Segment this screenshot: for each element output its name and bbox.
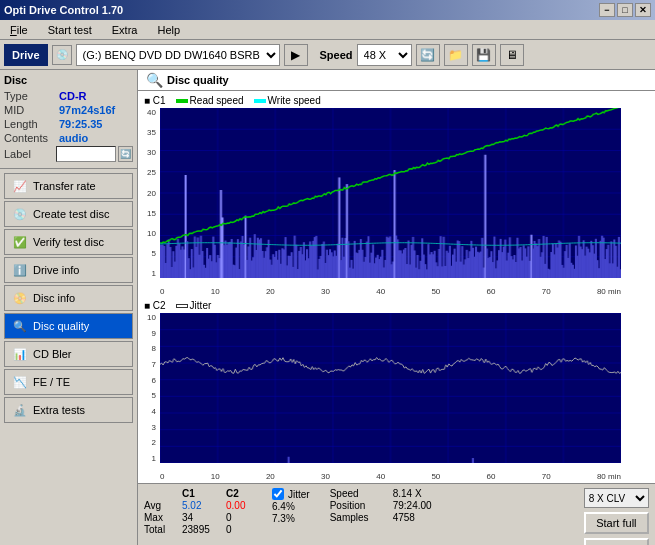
nav-label: CD Bler: [33, 348, 72, 360]
disc-label-refresh-icon[interactable]: 🔄: [118, 146, 133, 162]
clv-select[interactable]: 8 X CLV: [584, 488, 649, 508]
nav-fe-te[interactable]: 📉 FE / TE: [4, 369, 133, 395]
transfer-rate-icon: 📈: [13, 180, 27, 193]
nav-cd-bler[interactable]: 📊 CD Bler: [4, 341, 133, 367]
speed-stats: Speed 8.14 X Position 79:24.00 Samples 4…: [330, 488, 432, 523]
max-c2: 0: [226, 512, 262, 523]
nav-extra-tests[interactable]: 🔬 Extra tests: [4, 397, 133, 423]
toolbar-btn3[interactable]: 💾: [472, 44, 496, 66]
stats-c1-header: C1: [182, 488, 218, 499]
jitter-max-row: 7.3%: [272, 513, 310, 524]
disc-length-label: Length: [4, 118, 59, 130]
disc-contents-value: audio: [59, 132, 88, 144]
nav-transfer-rate[interactable]: 📈 Transfer rate: [4, 173, 133, 199]
samples-label: Samples: [330, 512, 385, 523]
start-full-button[interactable]: Start full: [584, 512, 649, 534]
chart1-container: 4035302520151051 48 X40 X32 X24 X16 X 8 …: [140, 108, 653, 296]
content-header-icon: 🔍: [146, 72, 163, 88]
menu-bar: File Start test Extra Help: [0, 20, 655, 40]
nav-label: Extra tests: [33, 404, 85, 416]
max-c1: 34: [182, 512, 218, 523]
start-buttons: 8 X CLV Start full Start part: [584, 488, 649, 545]
verify-disc-icon: ✅: [13, 236, 27, 249]
jitter-max: 7.3%: [272, 513, 295, 524]
disc-length-value: 79:25.35: [59, 118, 102, 130]
content-header: 🔍 Disc quality: [138, 70, 655, 91]
drive-eject-icon[interactable]: 💿: [52, 45, 72, 65]
title-buttons: − □ ✕: [599, 3, 651, 17]
drive-label: Drive: [4, 44, 48, 66]
drive-select[interactable]: (G:) BENQ DVD DD DW1640 BSRB: [76, 44, 280, 66]
stats-empty: [144, 488, 174, 499]
extra-tests-icon: 🔬: [13, 404, 27, 417]
total-c2: 0: [226, 524, 262, 535]
refresh-drive-icon[interactable]: 🔄: [416, 44, 440, 66]
chart2-y-axis-right: 10%8%6%4%2%: [623, 313, 653, 463]
minimize-button[interactable]: −: [599, 3, 615, 17]
jitter-avg: 6.4%: [272, 501, 295, 512]
stats-max-row: Max 34 0: [144, 512, 262, 523]
c1-c2-stats: C1 C2 Avg 5.02 0.00 Max 34 0 Total 23895…: [144, 488, 262, 535]
position-value: 79:24.00: [393, 500, 432, 511]
nav-label: Disc quality: [33, 320, 89, 332]
toolbar-btn2[interactable]: 📁: [444, 44, 468, 66]
disc-mid-label: MID: [4, 104, 59, 116]
jitter-avg-row: 6.4%: [272, 501, 310, 512]
drive-info-icon: ℹ️: [13, 264, 27, 277]
disc-length-row: Length 79:25.35: [4, 118, 133, 130]
menu-help[interactable]: Help: [151, 22, 186, 38]
read-speed-color: [176, 99, 188, 103]
speed-select[interactable]: 48 X 32 X 16 X: [357, 44, 412, 66]
nav-disc-quality[interactable]: 🔍 Disc quality: [4, 313, 133, 339]
read-speed-legend: Read speed: [176, 95, 244, 106]
stats-bar: C1 C2 Avg 5.02 0.00 Max 34 0 Total 23895…: [138, 483, 655, 545]
maximize-button[interactable]: □: [617, 3, 633, 17]
speed-value: 8.14 X: [393, 488, 422, 499]
disc-contents-row: Contents audio: [4, 132, 133, 144]
nav-drive-info[interactable]: ℹ️ Drive info: [4, 257, 133, 283]
drive-bar: Drive 💿 (G:) BENQ DVD DD DW1640 BSRB ▶ S…: [0, 40, 655, 70]
chart1-legend: ■ C1 Read speed Write speed: [140, 93, 653, 108]
chart2-x-axis: 01020304050607080 min: [160, 472, 621, 481]
position-row: Position 79:24.00: [330, 500, 432, 511]
menu-start-test[interactable]: Start test: [42, 22, 98, 38]
nav-label: Create test disc: [33, 208, 109, 220]
jitter-stats: Jitter 6.4% 7.3%: [272, 488, 310, 524]
menu-file[interactable]: File: [4, 22, 34, 38]
samples-value: 4758: [393, 512, 415, 523]
disc-label-row: Label 🔄: [4, 146, 133, 162]
speed-label: Speed: [330, 488, 385, 499]
nav-verify-test-disc[interactable]: ✅ Verify test disc: [4, 229, 133, 255]
max-label: Max: [144, 512, 174, 523]
create-disc-icon: 💿: [13, 208, 27, 221]
c2-label: ■ C2: [144, 300, 166, 311]
chart1-canvas: [160, 108, 621, 278]
disc-label-input[interactable]: [56, 146, 116, 162]
cd-bler-icon: 📊: [13, 348, 27, 361]
jitter-checkbox[interactable]: [272, 488, 284, 500]
position-label: Position: [330, 500, 385, 511]
disc-type-value: CD-R: [59, 90, 87, 102]
drive-arrow-icon[interactable]: ▶: [284, 44, 308, 66]
menu-extra[interactable]: Extra: [106, 22, 144, 38]
nav-label: FE / TE: [33, 376, 70, 388]
main-content: Disc Type CD-R MID 97m24s16f Length 79:2…: [0, 70, 655, 545]
close-button[interactable]: ✕: [635, 3, 651, 17]
chart1-y-axis-right: 48 X40 X32 X24 X16 X 8 X: [623, 108, 653, 278]
avg-c2: 0.00: [226, 500, 262, 511]
c1-label: ■ C1: [144, 95, 166, 106]
title-bar: Opti Drive Control 1.70 − □ ✕: [0, 0, 655, 20]
nav-label: Disc info: [33, 292, 75, 304]
toolbar-btn4[interactable]: 🖥: [500, 44, 524, 66]
chart1-y-axis: 4035302520151051: [140, 108, 158, 278]
nav-create-test-disc[interactable]: 💿 Create test disc: [4, 201, 133, 227]
disc-mid-value: 97m24s16f: [59, 104, 115, 116]
jitter-color: [176, 304, 188, 308]
chart1-x-axis: 01020304050607080 min: [160, 287, 621, 296]
jitter-legend: Jitter: [176, 300, 212, 311]
chart2-legend: ■ C2 Jitter: [140, 298, 653, 313]
start-part-button[interactable]: Start part: [584, 538, 649, 545]
disc-quality-icon: 🔍: [13, 320, 27, 333]
nav-disc-info[interactable]: 📀 Disc info: [4, 285, 133, 311]
chart2-container: 10987654321 10%8%6%4%2% 0102030405060708…: [140, 313, 653, 481]
